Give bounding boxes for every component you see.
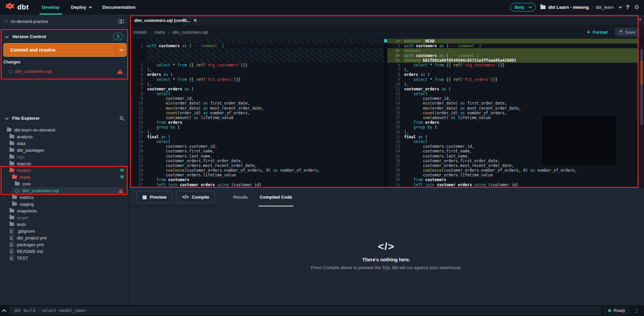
tree-item-marts[interactable]: martsM <box>0 174 129 180</box>
line-number: 18 <box>387 120 404 125</box>
tree-item-data[interactable]: data <box>0 140 129 147</box>
tree-item-packages-yml[interactable]: packages.yml <box>0 241 129 248</box>
line-number: 31 <box>387 182 404 187</box>
tree-item--gitignore[interactable]: .gitignore <box>0 228 129 234</box>
tree-item-dbt-learn-on-demand[interactable]: dbt-learn-on-demand <box>0 126 129 133</box>
tree-item-label: models <box>17 168 118 173</box>
docs-book-icon[interactable] <box>118 20 124 23</box>
tree-item-macros[interactable]: macros <box>0 160 129 167</box>
line-number: 21 <box>387 135 404 139</box>
tree-item-dim-customers-sql[interactable]: ⬡dim_customers.sql <box>0 187 129 194</box>
help-icon[interactable]: ? <box>626 4 629 11</box>
dbt-logo[interactable]: dbt <box>5 2 29 12</box>
breadcrumb-item[interactable]: marts <box>155 30 165 35</box>
folder-open-icon <box>6 127 11 133</box>
editor-scrollbar[interactable] <box>640 46 644 187</box>
line-number: 19 <box>387 125 404 130</box>
compile-button[interactable]: </> Compile <box>176 191 215 203</box>
code-line: 27 left join customer_orders using (cust… <box>130 182 384 187</box>
close-icon[interactable]: ✕ <box>193 18 197 23</box>
breadcrumb-item[interactable]: models <box>133 30 147 35</box>
tree-item-readme-md[interactable]: README.md <box>0 248 129 255</box>
diff-change-marker <box>384 39 387 42</box>
file-tree: dbt-learn-on-demandanalysisdatadbt_packa… <box>0 126 129 261</box>
diff-editor[interactable]: 1with customers as ( -- comment 22 selec… <box>129 39 644 188</box>
tree-item-target[interactable]: target <box>0 214 129 221</box>
more-options-icon[interactable]: ⋮ <box>633 308 641 314</box>
preview-button[interactable]: ▦ Preview <box>137 191 172 203</box>
chevron-down-icon <box>5 34 8 38</box>
diff-left-pane[interactable]: 1with customers as ( -- comment 22 selec… <box>130 39 384 188</box>
preview-label: Preview <box>150 195 166 200</box>
format-label: Format <box>593 30 608 35</box>
tree-item-snapshots[interactable]: snapshots <box>0 207 129 214</box>
tree-item-staging[interactable]: staging <box>0 201 129 207</box>
tree-item-core[interactable]: core <box>0 180 129 187</box>
tree-item-label: metrics <box>20 195 124 200</box>
folder-icon <box>9 208 14 213</box>
code-line: 12 select <box>387 91 639 96</box>
command-input[interactable]: dbt build --select <model_name> <box>10 307 600 315</box>
breadcrumb-separator: › <box>168 30 169 35</box>
tree-item-logs[interactable]: logs <box>0 153 129 160</box>
nav-item-develop[interactable]: Develop <box>36 0 65 15</box>
line-number: 12 <box>130 111 147 115</box>
conflict-warning-icon <box>117 69 123 74</box>
tree-item-test[interactable]: TEST <box>0 255 129 261</box>
code-line: 5 select * from {{ ref('fct_orders')}} <box>130 77 384 82</box>
code-line: 2 select * from {{ ref('stg_customers')}… <box>130 63 384 67</box>
folder-icon <box>12 202 17 207</box>
tree-item-dbt-project-yml[interactable]: dbt_project.yml <box>0 234 129 241</box>
git-branch-row[interactable]: ⑂ on-demand-practice <box>0 15 129 29</box>
format-button[interactable]: ✦ Format <box>587 30 608 35</box>
commit-and-resolve-button[interactable]: Commit and resolve <box>3 43 127 57</box>
commit-dropdown-button[interactable] <box>115 44 126 56</box>
nav-item-label: Deploy <box>71 5 86 10</box>
tab-results[interactable]: Results <box>227 188 254 206</box>
tab-compiled-code[interactable]: Compiled Code <box>254 188 298 206</box>
code-line: 26 from customers <box>130 177 384 182</box>
code-line: 14 min(order_date) as first_order_date, <box>387 101 639 106</box>
tab-dim-customers[interactable]: dim_customers.sql (confli... ✕ <box>130 15 183 26</box>
settings-gear-icon[interactable]: ⚙ <box>634 4 639 11</box>
breadcrumb-item[interactable]: dim_customers.sql <box>172 30 207 35</box>
ready-dot-icon <box>608 309 611 312</box>
file-icon <box>9 256 14 261</box>
search-icon[interactable] <box>120 116 123 120</box>
code-line: 21 customers.last_name, <box>130 154 384 159</box>
nav-item-deploy[interactable]: Deploy <box>65 0 97 15</box>
line-number <box>130 39 147 44</box>
save-button[interactable]: Save <box>615 28 639 37</box>
tree-item-metrics[interactable]: metrics <box>0 194 129 201</box>
tree-item-models[interactable]: modelsM <box>0 167 129 174</box>
tree-item-label: staging <box>20 202 124 207</box>
line-number: 15 <box>387 106 404 111</box>
line-number: 8 <box>387 72 404 77</box>
line-number: 10 <box>387 82 404 87</box>
navbar-right: Beta dbt Learn - mwong / dbt_learn ? ⚙ <box>510 0 639 15</box>
nav-item-documentation[interactable]: Documentation <box>97 0 141 15</box>
compile-label: Compile <box>192 195 209 200</box>
tree-item-label: core <box>22 181 124 186</box>
changed-file-row[interactable]: ⬡ dim_customers.sql <box>0 67 129 75</box>
chevron-down-icon[interactable] <box>619 5 622 8</box>
diff-right-pane[interactable]: 1+<<<<<<< HEAD2with customers as ( -- co… <box>387 39 639 188</box>
scrollbar-thumb[interactable] <box>640 49 643 125</box>
dbt-logo-icon <box>5 2 15 12</box>
line-number: 14 <box>387 101 404 106</box>
code-line: 7), <box>387 67 639 72</box>
code-line: 10 min(order_date) as first_order_date, <box>130 101 384 106</box>
tree-item-tests[interactable]: tests <box>0 221 129 228</box>
line-number: 9 <box>387 77 404 82</box>
file-explorer-header[interactable]: File Explorer <box>0 112 129 124</box>
tree-item-dbt-packages[interactable]: dbt_packages <box>0 147 129 153</box>
beta-dropdown[interactable]: Beta <box>510 3 536 11</box>
main-nav: DevelopDeployDocumentation <box>36 0 141 15</box>
code-line: 8 select <box>130 91 384 96</box>
new-tab-icon[interactable]: + <box>638 16 642 23</box>
chevron-up-icon[interactable] <box>2 309 6 314</box>
code-line: 12 count(order_id) as number_of_orders, <box>130 111 384 115</box>
tree-item-analysis[interactable]: analysis <box>0 133 129 140</box>
code-line: 6), <box>130 82 384 87</box>
project-selector[interactable]: dbt_learn <box>595 5 614 10</box>
